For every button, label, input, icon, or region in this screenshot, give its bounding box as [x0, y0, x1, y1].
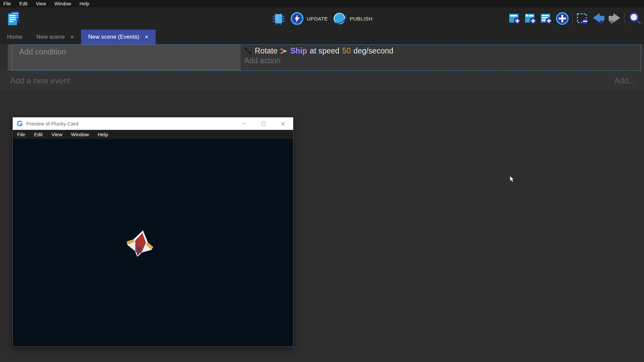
preview-menu-window[interactable]: Window [71, 132, 89, 137]
undo-icon [592, 12, 606, 25]
ship-sprite [126, 229, 154, 258]
add-condition-area[interactable]: Add condition [8, 44, 241, 71]
action-unit: deg/second [353, 46, 393, 56]
publish-globe-icon [333, 11, 347, 26]
toolbar-separator [572, 12, 573, 25]
mouse-cursor [510, 176, 514, 183]
add-condition-placeholder: Add condition [19, 47, 66, 56]
preview-menu-file[interactable]: File [17, 132, 25, 137]
window-controls [241, 121, 286, 126]
redo-button[interactable] [607, 11, 621, 26]
events-toolbar-group [508, 7, 642, 30]
close-icon [281, 121, 285, 126]
minimize-button[interactable] [241, 121, 247, 126]
ship-thumbnail-icon [280, 47, 288, 55]
preview-menu-edit[interactable]: Edit [34, 132, 43, 137]
preview-menu-view[interactable]: View [51, 132, 62, 137]
debugger-bug-icon [272, 11, 286, 26]
add-new-event-button[interactable]: Add a new event [10, 76, 70, 85]
add-comment-button[interactable] [539, 11, 554, 26]
rotate-action[interactable]: Rotate Ship at speed 50 deg/second [244, 46, 644, 56]
search-events-button[interactable] [628, 11, 642, 26]
maximize-button[interactable] [261, 121, 266, 126]
tab-close-icon[interactable]: ✕ [70, 34, 74, 40]
tab-close-icon[interactable]: ✕ [145, 34, 149, 40]
menu-file[interactable]: File [3, 1, 11, 6]
tab-label: New scene [36, 34, 65, 40]
redo-icon [607, 12, 621, 25]
add-event-icon [508, 12, 522, 25]
gdevelop-logo-icon [17, 120, 23, 127]
update-lightning-icon [290, 12, 304, 25]
tab-label: New scene (Events) [88, 34, 139, 40]
action-connector: at speed [310, 46, 339, 56]
publish-toolbar-group: UPDATE PUBLISH [272, 7, 372, 30]
project-manager-button[interactable] [7, 11, 21, 26]
close-button[interactable] [280, 121, 286, 126]
tab-bar: Home New scene ✕ New scene (Events) ✕ [0, 30, 644, 44]
action-value: 50 [342, 46, 351, 56]
action-object-name: Ship [290, 46, 307, 56]
tab-home[interactable]: Home [0, 30, 29, 44]
toolbar-separator [625, 12, 625, 25]
update-button[interactable]: UPDATE [290, 12, 328, 25]
preview-menubar: File Edit View Window Help [13, 130, 293, 139]
undo-button[interactable] [592, 11, 606, 26]
add-action-area[interactable]: Add action [244, 56, 644, 65]
game-canvas[interactable] [13, 139, 293, 347]
preview-menu-help[interactable]: Help [98, 132, 108, 137]
tab-new-scene-events[interactable]: New scene (Events) ✕ [81, 30, 156, 44]
add-subevent-button[interactable] [524, 11, 538, 26]
update-label: UPDATE [307, 16, 328, 22]
add-comment-icon [540, 12, 553, 25]
delete-selection-icon [576, 12, 590, 25]
event-row[interactable]: Add condition Rotate S [8, 44, 644, 71]
events-sheet: Add condition Rotate S [0, 44, 644, 91]
add-subevent-icon [524, 12, 537, 25]
actions-area: Rotate Ship at speed 50 deg/second Add a… [241, 44, 644, 71]
preview-window: Preview of Plucky Card File Edit View Wi… [12, 117, 293, 347]
minimize-icon [242, 123, 246, 124]
add-event-band: Add a new event Add... [0, 71, 644, 91]
publish-button[interactable]: PUBLISH [333, 11, 373, 26]
gdevelop-app: File Edit View Window Help [0, 0, 644, 91]
app-menubar: File Edit View Window Help [0, 0, 644, 7]
delete-selection-button[interactable] [576, 11, 590, 26]
preview-titlebar[interactable]: Preview of Plucky Card [13, 117, 293, 130]
add-circle-icon [555, 11, 569, 26]
search-icon [628, 11, 642, 26]
add-event-button[interactable] [508, 11, 522, 26]
project-manager-icon [7, 10, 21, 26]
action-verb: Rotate [255, 46, 278, 56]
menu-help[interactable]: Help [80, 1, 89, 6]
tab-label: Home [7, 34, 22, 40]
debugger-button[interactable] [272, 11, 286, 26]
menu-window[interactable]: Window [54, 1, 71, 6]
preview-window-title: Preview of Plucky Card [26, 121, 78, 126]
rotate-action-icon [244, 47, 252, 55]
main-toolbar: UPDATE PUBLISH [0, 7, 644, 30]
choose-add-event-button[interactable] [555, 11, 569, 26]
add-more-button[interactable]: Add... [614, 76, 635, 85]
menu-view[interactable]: View [36, 1, 46, 6]
publish-label: PUBLISH [350, 16, 373, 22]
tab-new-scene[interactable]: New scene ✕ [29, 30, 81, 44]
maximize-icon [262, 122, 266, 125]
menu-edit[interactable]: Edit [19, 1, 28, 6]
